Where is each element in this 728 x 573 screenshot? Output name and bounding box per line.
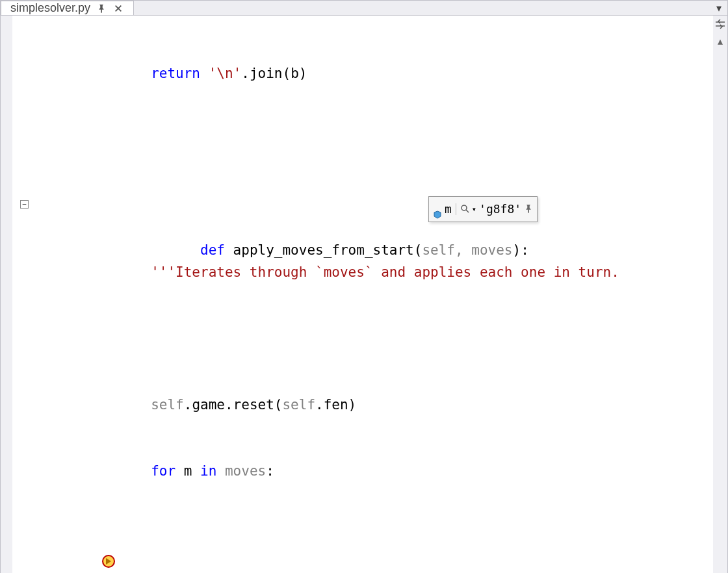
current-execution-line: self.game.apply_move(m) [38, 526, 713, 548]
keyword-return: return [151, 66, 200, 81]
visualizer-dropdown-icon[interactable]: ▾ [472, 198, 476, 220]
tab-overflow-dropdown[interactable]: ▾ [710, 1, 727, 15]
current-statement-icon[interactable] [3, 530, 16, 543]
document-tab[interactable]: simplesolver.py [1, 1, 134, 15]
pin-icon[interactable] [524, 198, 533, 220]
fold-toggle[interactable]: − [20, 200, 29, 209]
tab-filename: simplesolver.py [10, 1, 90, 15]
document-tabbar: simplesolver.py ▾ [1, 1, 727, 15]
ide-root: simplesolver.py ▾ return '\n'.join(b) − … [0, 0, 728, 573]
split-editor-icon[interactable] [714, 18, 726, 30]
code-area[interactable]: return '\n'.join(b) − def apply_moves_fr… [38, 16, 713, 573]
scroll-up-icon[interactable]: ▴ [718, 35, 723, 47]
keyword-def: def [200, 242, 225, 258]
datatip-value: 'g8f8' [479, 198, 521, 220]
close-icon[interactable] [112, 3, 124, 14]
datatip-name: m [445, 198, 452, 220]
code-editor: return '\n'.join(b) − def apply_moves_fr… [1, 15, 727, 573]
pin-icon[interactable] [96, 3, 107, 14]
variable-icon [433, 205, 442, 214]
docstring: '''Iterates through `moves` and applies … [151, 264, 619, 280]
editor-right-margin: ▴ [713, 16, 727, 573]
magnifier-icon[interactable] [460, 198, 469, 220]
editor-gutter [1, 16, 38, 573]
svg-point-1 [462, 205, 467, 210]
debug-datatip[interactable]: m ▾ 'g8f8' [428, 196, 538, 222]
